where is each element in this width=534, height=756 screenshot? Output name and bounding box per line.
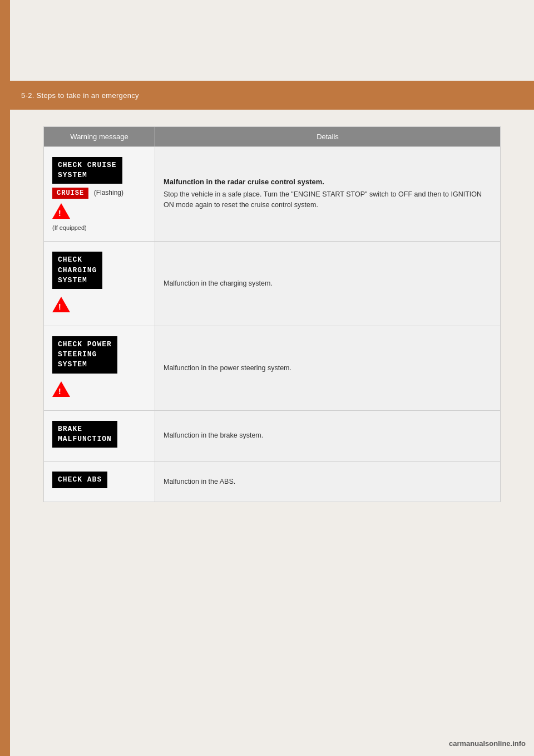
warning-table: Warning message Details CHECK CRUISESYST… [43,126,501,502]
table-row: BRAKEMALFUNCTION Malfunction in the brak… [44,410,501,461]
table-row: CHECK ABS Malfunction in the ABS. [44,461,501,502]
warning-icon-cruise [52,202,70,220]
main-content: Warning message Details CHECK CRUISESYST… [10,110,534,756]
abs-message: CHECK ABS [52,472,107,488]
brake-message: BRAKEMALFUNCTION [52,421,117,448]
message-cell-steering: CHECK POWERSTEERINGSYSTEM [44,326,155,410]
details-cell-cruise: Malfunction in the radar cruise control … [155,147,501,242]
abs-detail: Malfunction in the ABS. [164,478,235,485]
charging-system-message: CHECKCHARGINGSYSTEM [52,252,102,289]
message-cell-cruise: CHECK CRUISESYSTEM CRUISE (Flashing) (If… [44,147,155,242]
section-header: 5-2. Steps to take in an emergency [10,81,534,110]
section-title: 5-2. Steps to take in an emergency [21,91,139,100]
warning-icon-steering [52,380,70,398]
message-cell-abs: CHECK ABS [44,461,155,502]
message-cell-brake: BRAKEMALFUNCTION [44,410,155,461]
if-equipped-label: (If equipped) [52,224,146,231]
watermark-url: carmanualsonline.info [449,739,526,748]
charging-detail: Malfunction in the charging system. [164,279,273,287]
cruise-detail-bold: Malfunction in the radar cruise control … [164,178,492,186]
triangle-icon [52,203,70,219]
left-accent-bar [0,0,10,756]
triangle-icon-steering [52,381,70,397]
cruise-badge: CRUISE [52,188,88,199]
table-row: CHECK POWERSTEERINGSYSTEM Malfunction in… [44,326,501,410]
details-cell-abs: Malfunction in the ABS. [155,461,501,502]
table-row: CHECKCHARGINGSYSTEM Malfunction in the c… [44,242,501,326]
message-cell-charging: CHECKCHARGINGSYSTEM [44,242,155,326]
triangle-icon-charging [52,297,70,312]
flashing-label: (Flashing) [94,189,123,197]
warning-icon-charging [52,296,70,313]
steering-detail: Malfunction in the power steering system… [164,364,291,372]
table-row: CHECK CRUISESYSTEM CRUISE (Flashing) (If… [44,147,501,242]
col-warning-header: Warning message [44,127,155,147]
steering-system-message: CHECK POWERSTEERINGSYSTEM [52,336,117,374]
cruise-detail-normal: Stop the vehicle in a safe place. Turn t… [164,190,482,209]
brake-detail: Malfunction in the brake system. [164,431,263,439]
cruise-system-message: CHECK CRUISESYSTEM [52,157,122,184]
watermark: carmanualsonline.info [449,739,526,748]
col-details-header: Details [155,127,501,147]
details-cell-steering: Malfunction in the power steering system… [155,326,501,410]
details-cell-brake: Malfunction in the brake system. [155,410,501,461]
details-cell-charging: Malfunction in the charging system. [155,242,501,326]
